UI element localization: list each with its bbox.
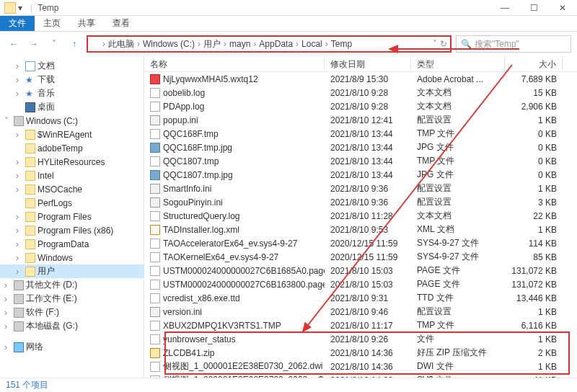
expander-icon[interactable]: › [16,89,23,99]
table-row[interactable]: TAOAcceleratorEx64_ev.sys4-9-272020/12/1… [144,236,577,250]
tree-item[interactable]: ›Program Files [0,210,144,223]
file-list[interactable]: 名称 修改日期 类型 大小 NjLyqwwxMHAI5.wxtq122021/8… [144,56,577,378]
forward-button[interactable]: → [26,36,42,52]
expander-icon[interactable]: › [16,75,23,85]
table-row[interactable]: PDApp.log2021/8/10 9:28文本文档2,906 KB [144,99,577,113]
file-type: 配置设置 [411,196,505,208]
back-button[interactable]: ← [6,36,22,52]
expander-icon[interactable]: › [16,171,23,181]
table-row[interactable]: 侧视图_1_000001E2E38E0730_2062.dwi2021/8/10… [144,360,577,373]
table-row[interactable]: TAOKernelEx64_ev.sys4-9-272020/12/15 11:… [144,250,577,264]
col-name[interactable]: 名称 [144,56,325,71]
file-icon [150,239,160,249]
folder-icon [25,157,35,167]
maximize-button[interactable]: ☐ [519,0,548,16]
tree-item[interactable]: ›其他文件 (D:) [0,278,144,292]
expander-icon[interactable]: › [4,308,12,318]
tab-file[interactable]: 文件 [0,16,35,31]
tree-item[interactable]: ›用户 [0,264,144,278]
tree-item[interactable]: ›ProgramData [0,237,144,251]
breadcrumb-seg[interactable]: Windows (C:) [141,39,196,49]
tree-item[interactable]: ›★音乐 [0,86,144,100]
up-button[interactable]: ↑ [66,36,82,52]
file-date: 2021/8/10 15:03 [325,266,411,276]
tree-item[interactable]: ›工作文件 (E:) [0,292,144,306]
tree-item[interactable]: ›Intel [0,169,144,182]
tree-item[interactable]: ›$WinREAgent [0,128,144,141]
table-row[interactable]: popup.ini2021/8/10 12:41配置设置1 KB [144,113,577,127]
table-row[interactable]: ZLCDB41.zip2021/8/10 14:36好压 ZIP 压缩文件2 K… [144,346,577,360]
expander-icon[interactable]: › [16,61,23,71]
tree-item[interactable]: ›Windows [0,251,144,264]
tree-item[interactable]: ›Program Files (x86) [0,223,144,237]
tab-view[interactable]: 查看 [104,16,138,31]
expander-icon[interactable]: › [16,157,23,167]
expander-icon[interactable]: › [16,212,23,222]
expander-icon[interactable]: › [16,239,23,249]
table-row[interactable]: TADInstaller.log.xml2021/8/10 9:53XML 文档… [144,223,577,236]
file-type: 好压 ZIP 压缩文件 [411,347,505,359]
column-headers[interactable]: 名称 修改日期 类型 大小 [144,56,577,72]
table-row[interactable]: QQC168F.tmp.jpg2021/8/10 13:44JPG 文件0 KB [144,141,577,154]
tab-home[interactable]: 主页 [35,16,69,31]
tree-item[interactable]: ›网络 [0,340,144,354]
expander-icon[interactable]: › [16,267,23,277]
table-row[interactable]: USTM000024000000027C6B1685A0.page2021/8/… [144,264,577,277]
refresh-icon[interactable]: ↻ [440,39,447,49]
expander-icon[interactable]: › [16,130,23,140]
table-row[interactable]: SogouPinyin.ini2021/8/10 9:36配置设置3 KB [144,195,577,209]
table-row[interactable]: QQC168F.tmp2021/8/10 13:44TMP 文件0 KB [144,127,577,141]
table-row[interactable]: USTM000024000000027C6B163800.page2021/8/… [144,277,577,291]
table-row[interactable]: SmartInfo.ini2021/8/10 9:36配置设置1 KB [144,182,577,195]
tree-item[interactable]: 桌面 [0,100,144,114]
expander-icon[interactable]: › [16,226,23,236]
breadcrumb-seg[interactable]: Temp [330,39,353,49]
tree-label: Windows [38,253,73,263]
breadcrumb-seg[interactable]: 此电脑 [107,38,136,50]
tree-item[interactable]: ›文档 [0,59,144,73]
col-size[interactable]: 大小 [505,56,563,71]
folder-tree[interactable]: ›文档›★下载›★音乐桌面˅Windows (C:)›$WinREAgentad… [0,56,144,378]
tree-item[interactable]: ˅Windows (C:) [0,114,144,128]
tree-item[interactable]: ›HYLiteResources [0,155,144,169]
tree-item[interactable]: ›本地磁盘 (G:) [0,319,144,333]
file-type: TMP 文件 [411,128,505,140]
tree-item[interactable]: adobeTemp [0,141,144,155]
table-row[interactable]: oobelib.log2021/8/10 9:28文本文档15 KB [144,86,577,99]
breadcrumb-seg[interactable]: mayn [228,39,252,49]
table-row[interactable]: vcredist_x86.exe.ttd2021/8/10 9:31TTD 文件… [144,291,577,305]
table-row[interactable]: version.ini2021/8/10 9:46配置设置1 KB [144,305,577,318]
table-row[interactable]: NjLyqwwxMHAI5.wxtq122021/8/9 15:30Adobe … [144,72,577,86]
tree-item[interactable]: ›★下载 [0,73,144,86]
minimize-button[interactable]: — [490,0,519,16]
expander-icon[interactable]: ˅ [4,116,12,126]
table-row[interactable]: yunbrowser_status2021/8/10 9:26文件1 KB [144,332,577,346]
expander-icon[interactable]: › [4,280,12,290]
table-row[interactable]: StructuredQuery.log2021/8/10 11:28文本文档22… [144,209,577,223]
expander-icon[interactable]: › [4,294,12,304]
table-row[interactable]: 侧视图_1_000001E2E38E0730_2062.sv$2021/8/10… [144,373,577,378]
recent-button[interactable]: ˅ [46,36,62,52]
file-size: 6,116 KB [505,321,563,331]
address-bar[interactable]: › 此电脑› Windows (C:)› 用户› mayn› AppData› … [87,35,452,53]
breadcrumb-seg[interactable]: Local [300,39,324,49]
table-row[interactable]: QQC1807.tmp2021/8/10 13:44TMP 文件0 KB [144,154,577,168]
tab-share[interactable]: 共享 [69,16,104,31]
table-row[interactable]: XBUX2DMPQ1KV3RTS1.TMP2021/8/10 11:17TMP … [144,318,577,332]
expander-icon[interactable]: › [16,184,23,195]
search-input[interactable]: 🔍 搜索"Temp" [456,35,571,53]
breadcrumb-seg[interactable]: AppData [257,39,294,49]
tree-item[interactable]: ›MSOCache [0,182,144,196]
tree-item[interactable]: ›软件 (F:) [0,306,144,319]
col-type[interactable]: 类型 [411,56,505,71]
tree-item[interactable]: PerfLogs [0,196,144,210]
table-row[interactable]: QQC1807.tmp.jpg2021/8/10 13:44JPG 文件0 KB [144,168,577,182]
close-button[interactable]: ✕ [548,0,577,16]
expander-icon[interactable]: › [16,253,23,263]
chevron-down-icon[interactable]: ˅ [433,39,437,49]
dropdown-icon[interactable]: ▾ [18,3,25,13]
breadcrumb-seg[interactable]: 用户 [202,38,222,50]
col-date[interactable]: 修改日期 [325,56,411,71]
expander-icon[interactable]: › [4,342,12,352]
expander-icon[interactable]: › [4,321,12,331]
